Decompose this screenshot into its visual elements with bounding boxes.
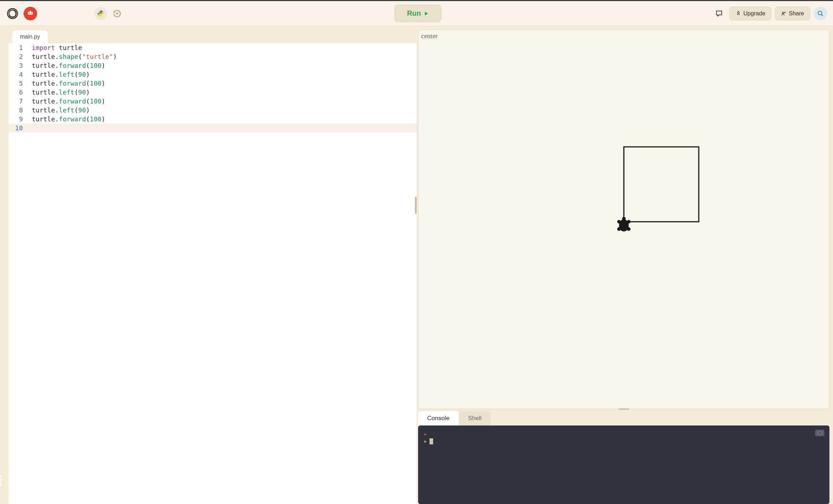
code-line[interactable]: 2turtle.shape("turtle") bbox=[9, 52, 417, 61]
svg-line-9 bbox=[821, 14, 823, 16]
rocket-icon bbox=[736, 11, 741, 16]
svg-point-13 bbox=[627, 220, 630, 223]
line-number: 3 bbox=[9, 61, 32, 70]
backspace-icon bbox=[817, 431, 823, 435]
line-number: 10 bbox=[9, 124, 32, 132]
file-tab[interactable]: main.py bbox=[12, 30, 48, 43]
svg-point-7 bbox=[782, 12, 784, 14]
svg-point-12 bbox=[617, 220, 621, 223]
line-number: 4 bbox=[9, 70, 32, 79]
svg-point-6 bbox=[117, 13, 118, 14]
share-button[interactable]: Share bbox=[775, 7, 810, 20]
prompt-icon: ▶ bbox=[425, 432, 427, 437]
search-icon bbox=[817, 10, 824, 17]
line-content: turtle.left(90) bbox=[32, 88, 417, 97]
play-icon bbox=[424, 11, 429, 16]
line-number: 9 bbox=[9, 115, 32, 124]
vertical-resize-handle[interactable] bbox=[415, 197, 417, 214]
code-line[interactable]: 4turtle.left(90) bbox=[9, 70, 417, 79]
line-content: turtle.forward(100) bbox=[32, 61, 417, 70]
upgrade-button[interactable]: Upgrade bbox=[729, 7, 771, 20]
upgrade-label: Upgrade bbox=[743, 10, 765, 17]
svg-point-2 bbox=[31, 12, 32, 14]
line-number: 2 bbox=[9, 52, 32, 61]
history-icon[interactable] bbox=[111, 7, 124, 20]
line-content: turtle.forward(100) bbox=[32, 115, 417, 124]
svg-point-4 bbox=[100, 11, 101, 12]
code-line[interactable]: 9turtle.forward(100) bbox=[9, 115, 417, 124]
file-tab-label: main.py bbox=[20, 34, 40, 40]
code-line[interactable]: 3turtle.forward(100) bbox=[9, 61, 417, 70]
line-number: 1 bbox=[9, 43, 32, 52]
code-line[interactable]: 10 bbox=[9, 124, 417, 132]
svg-rect-3 bbox=[30, 11, 31, 12]
code-line[interactable]: 6turtle.left(90) bbox=[9, 88, 417, 97]
line-content: turtle.forward(100) bbox=[32, 97, 417, 106]
svg-point-15 bbox=[627, 227, 630, 231]
code-line[interactable]: 8turtle.left(90) bbox=[9, 106, 417, 115]
code-line[interactable]: 1import turtle bbox=[9, 43, 417, 52]
svg-point-1 bbox=[29, 12, 30, 14]
console-section: Console Shell ▶ ▶ bbox=[418, 411, 830, 504]
share-icon bbox=[781, 11, 787, 16]
output-panel: center bbox=[418, 30, 830, 409]
right-panel: center Console bbox=[417, 26, 833, 504]
line-content bbox=[32, 124, 417, 132]
run-button-label: Run bbox=[407, 9, 421, 17]
line-number: 6 bbox=[9, 88, 32, 97]
code-line[interactable]: 5turtle.forward(100) bbox=[9, 79, 417, 88]
app-logo[interactable] bbox=[6, 7, 19, 20]
share-label: Share bbox=[789, 10, 804, 17]
search-button[interactable] bbox=[814, 7, 827, 20]
line-content: turtle.forward(100) bbox=[32, 79, 417, 88]
line-number: 8 bbox=[9, 106, 32, 115]
tab-console[interactable]: Console bbox=[418, 411, 459, 425]
console-cursor bbox=[430, 438, 433, 444]
editor-section: main.py 1import turtle2turtle.shape("tur… bbox=[4, 26, 417, 504]
user-avatar[interactable] bbox=[24, 7, 37, 20]
clear-console-button[interactable] bbox=[815, 430, 824, 436]
left-drawer-handle[interactable] bbox=[0, 474, 3, 488]
turtle-canvas bbox=[418, 30, 829, 409]
svg-rect-0 bbox=[28, 12, 33, 15]
svg-point-5 bbox=[101, 15, 102, 16]
line-content: turtle.left(90) bbox=[32, 106, 417, 115]
code-line[interactable]: 7turtle.forward(100) bbox=[9, 97, 417, 106]
tab-shell[interactable]: Shell bbox=[459, 411, 491, 425]
code-editor[interactable]: 1import turtle2turtle.shape("turtle")3tu… bbox=[9, 43, 417, 504]
console-body[interactable]: ▶ ▶ bbox=[418, 425, 830, 504]
python-icon[interactable] bbox=[94, 7, 107, 20]
line-number: 7 bbox=[9, 97, 32, 106]
header: Run Upgrade Share bbox=[0, 1, 833, 26]
line-content: turtle.left(90) bbox=[32, 70, 417, 79]
prompt-icon: ▶ bbox=[425, 439, 427, 444]
comment-icon[interactable] bbox=[712, 7, 726, 20]
svg-point-14 bbox=[617, 227, 621, 231]
run-button[interactable]: Run bbox=[395, 5, 441, 22]
line-content: import turtle bbox=[32, 43, 417, 52]
line-number: 5 bbox=[9, 79, 32, 88]
svg-rect-10 bbox=[624, 147, 699, 222]
svg-point-8 bbox=[818, 11, 822, 15]
horizontal-resize-handle[interactable] bbox=[618, 408, 629, 410]
line-content: turtle.shape("turtle") bbox=[32, 52, 417, 61]
svg-point-16 bbox=[622, 217, 626, 221]
